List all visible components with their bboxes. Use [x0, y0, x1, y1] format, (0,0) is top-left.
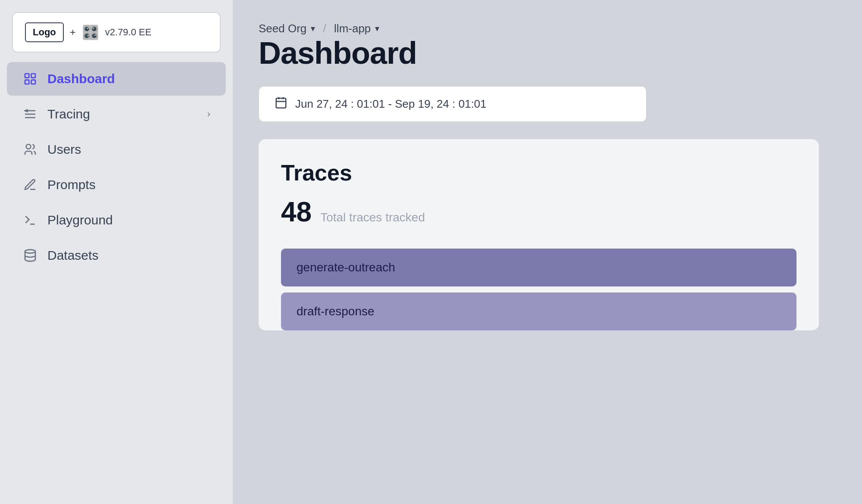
navigation: Dashboard Tracing ›	[0, 53, 233, 282]
sidebar-item-label-dashboard: Dashboard	[47, 72, 115, 86]
sidebar-item-label-prompts: Prompts	[47, 177, 96, 192]
sidebar: Logo + 🎛️ v2.79.0 EE Dashboard	[0, 0, 233, 504]
trace-bar-2-label: draft-response	[297, 305, 375, 318]
breadcrumb-org-name: Seed Org	[259, 22, 306, 35]
date-range-bar[interactable]: Jun 27, 24 : 01:01 - Sep 19, 24 : 01:01	[259, 86, 646, 122]
logo-bar: Logo + 🎛️ v2.79.0 EE	[12, 12, 221, 53]
date-range-text: Jun 27, 24 : 01:01 - Sep 19, 24 : 01:01	[295, 97, 487, 111]
logo-text: Logo	[33, 27, 56, 37]
page-title: Dashboard	[259, 35, 836, 71]
logo-box: Logo	[25, 22, 64, 42]
sidebar-item-playground[interactable]: Playground	[7, 203, 226, 237]
sidebar-item-users[interactable]: Users	[7, 133, 226, 166]
svg-rect-0	[25, 74, 29, 78]
traces-count: 48	[281, 196, 312, 228]
main-content: Seed Org ▾ / llm-app ▾ Dashboard Jun 27,…	[233, 0, 862, 504]
sidebar-item-tracing[interactable]: Tracing ›	[7, 97, 226, 131]
breadcrumb-app[interactable]: llm-app ▾	[334, 22, 379, 35]
sidebar-item-datasets[interactable]: Datasets	[7, 239, 226, 272]
svg-point-7	[26, 144, 31, 149]
breadcrumb: Seed Org ▾ / llm-app ▾	[259, 22, 836, 35]
traces-card: Traces 48 Total traces tracked generate-…	[259, 139, 819, 330]
trace-bar-2[interactable]: draft-response	[281, 292, 796, 330]
app-chevron-down-icon: ▾	[375, 23, 379, 34]
svg-rect-10	[276, 98, 286, 108]
org-chevron-down-icon: ▾	[311, 23, 315, 34]
svg-rect-2	[25, 80, 29, 84]
sidebar-item-label-datasets: Datasets	[47, 248, 98, 263]
svg-rect-3	[31, 80, 35, 84]
logo-plus: +	[70, 26, 76, 38]
sidebar-item-label-tracing: Tracing	[47, 107, 90, 121]
breadcrumb-org[interactable]: Seed Org ▾	[259, 22, 315, 35]
breadcrumb-app-name: llm-app	[334, 22, 371, 35]
traces-count-row: 48 Total traces tracked	[281, 196, 796, 228]
playground-icon	[22, 213, 38, 227]
dashboard-icon	[22, 72, 38, 86]
traces-count-label: Total traces tracked	[320, 211, 425, 224]
datasets-icon	[22, 249, 38, 262]
tracing-chevron-icon: ›	[207, 109, 210, 120]
tracing-icon	[22, 107, 38, 121]
sidebar-item-prompts[interactable]: Prompts	[7, 168, 226, 202]
sidebar-item-label-playground: Playground	[47, 213, 113, 227]
sidebar-item-label-users: Users	[47, 142, 81, 157]
prompts-icon	[22, 178, 38, 192]
traces-title: Traces	[281, 160, 796, 186]
trace-bar-1[interactable]: generate-outreach	[281, 249, 796, 286]
trace-bar-1-label: generate-outreach	[297, 261, 395, 274]
svg-point-9	[25, 250, 35, 253]
sidebar-item-dashboard[interactable]: Dashboard	[7, 62, 226, 96]
breadcrumb-separator: /	[323, 22, 326, 35]
users-icon	[22, 143, 38, 156]
calendar-icon	[275, 96, 287, 112]
logo-icon: 🎛️	[82, 24, 99, 40]
logo-version: v2.79.0 EE	[105, 27, 152, 38]
svg-rect-1	[31, 74, 35, 78]
